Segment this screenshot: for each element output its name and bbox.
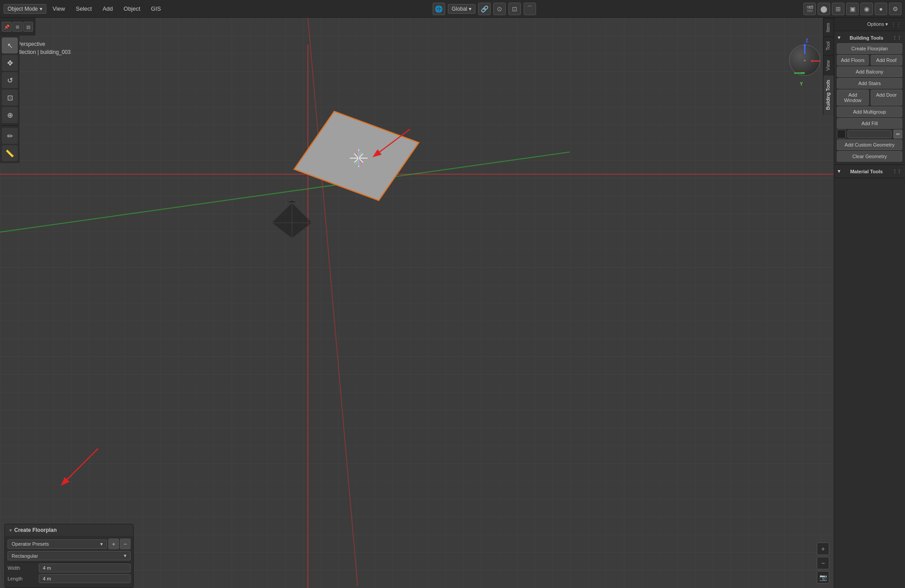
tab-building-tools[interactable]: Building Tools: [823, 75, 834, 114]
left-tool-sidebar: ↖ ✥ ↺ ⊡ ⊕ ✏ 📏: [0, 36, 20, 163]
menu-gis[interactable]: GIS: [147, 4, 165, 14]
shape-dropdown[interactable]: Rectangular ▾: [8, 551, 131, 560]
viewport-gizmo[interactable]: ● Z X Y: [789, 45, 825, 80]
tool-divider: [1, 125, 19, 126]
add-door-btn[interactable]: Add Door: [871, 90, 903, 106]
global-transform-icon[interactable]: 🌐: [433, 3, 445, 15]
panel-more-btn[interactable]: ⋮⋮: [891, 21, 901, 28]
gizmo-sphere[interactable]: ●: [789, 45, 820, 76]
settings-icon[interactable]: ⚙: [889, 3, 901, 15]
add-roof-btn[interactable]: Add Roof: [871, 55, 903, 65]
mode-selector[interactable]: Object Mode ▾: [4, 4, 46, 14]
building-tools-header[interactable]: ▾ Building Tools ⋮⋮: [834, 33, 905, 42]
shape-row: Rectangular ▾: [8, 551, 131, 560]
building-tools-toggle-icon: ▾: [838, 35, 840, 41]
arrow-annotation-1: [312, 116, 423, 171]
add-window-btn[interactable]: Add Window: [837, 90, 869, 106]
grid-icon[interactable]: ⊞: [12, 22, 22, 32]
create-floorplan-btn[interactable]: Create Floorplan: [837, 43, 902, 54]
right-tab-strip: Item Tool View Building Tools: [823, 18, 834, 114]
menu-select[interactable]: Select: [71, 4, 96, 14]
operator-presets-add-btn[interactable]: +: [108, 539, 119, 549]
shading-render-icon[interactable]: ●: [875, 3, 887, 15]
snap-icon[interactable]: 🔗: [478, 3, 491, 15]
top-menu-bar: Object Mode ▾ View Select Add Object GIS…: [0, 0, 905, 18]
menu-view[interactable]: View: [48, 4, 70, 14]
top-right-controls: 🎬 ⬤ ⊞ ▣ ◉ ● ⚙: [803, 3, 901, 15]
tab-tool[interactable]: Tool: [823, 37, 834, 55]
length-field[interactable]: 4 m: [39, 574, 131, 583]
svg-line-13: [374, 129, 410, 156]
length-label: Length: [8, 576, 39, 581]
tool1-icon[interactable]: ⊡: [508, 3, 521, 15]
rotate-tool-btn[interactable]: ↺: [2, 72, 18, 88]
zoom-in-btn[interactable]: +: [817, 543, 829, 555]
gizmo-y-label: Y: [800, 82, 803, 86]
second-icon-bar: 📌 ⊞ ▤: [0, 18, 36, 36]
right-panel: Options ▾ ⋮⋮ ▾ Building Tools ⋮⋮ Create …: [834, 18, 905, 588]
svg-marker-12: [285, 200, 299, 203]
tab-view[interactable]: View: [823, 55, 834, 75]
overlay-icon[interactable]: ⊞: [832, 3, 844, 15]
color-swatch[interactable]: [837, 130, 846, 139]
material-section-dots: ⋮⋮: [893, 169, 901, 174]
select-tool-btn[interactable]: ↖: [2, 37, 18, 53]
viewport-shading-icon[interactable]: ⬤: [818, 3, 830, 15]
annotate-tool-btn[interactable]: ✏: [2, 128, 18, 144]
viewport-3d[interactable]: User Perspective (1) Collection | buildi…: [0, 18, 834, 588]
zoom-out-btn[interactable]: −: [817, 557, 829, 569]
svg-line-14: [62, 449, 98, 484]
xray-icon[interactable]: ▣: [846, 3, 859, 15]
pin-icon[interactable]: 📌: [2, 22, 12, 32]
material-tools-section: ▾ Material Tools ⋮⋮: [834, 165, 905, 178]
add-custom-geometry-btn[interactable]: Add Custom Geometry: [837, 139, 902, 150]
svg-point-20: [811, 60, 813, 62]
add-stairs-btn[interactable]: Add Stairs: [837, 78, 902, 89]
menu-add[interactable]: Add: [98, 4, 117, 14]
shading-solid-icon[interactable]: ◉: [860, 3, 873, 15]
operator-presets-input[interactable]: Operator Presets ▾: [8, 539, 107, 549]
top-center-controls: 🌐 Global ▾ 🔗 ⊙ ⊡ ⌒: [167, 3, 802, 15]
window-door-row: Add Window Add Door: [837, 90, 902, 106]
color-input-row: ✏: [837, 130, 902, 139]
mode-dropdown-icon: ▾: [40, 6, 42, 12]
gizmo-y-axis: [794, 72, 805, 74]
add-balcony-btn[interactable]: Add Balcony: [837, 66, 902, 77]
gizmo-z-label: Z: [806, 38, 808, 43]
transform-orientation[interactable]: Global ▾: [448, 4, 476, 14]
proportional-edit-icon[interactable]: ⊙: [493, 3, 506, 15]
transform-tool-btn[interactable]: ⊕: [2, 107, 18, 123]
color-input-field[interactable]: [848, 130, 892, 138]
add-fill-btn[interactable]: Add Fill: [837, 118, 902, 129]
create-floorplan-header: ▾ Create Floorplan: [5, 524, 133, 536]
add-multigroup-btn[interactable]: Add Multigroup: [837, 106, 902, 117]
building-tools-section: ▾ Building Tools ⋮⋮ Create Floorplan Add…: [834, 31, 905, 165]
add-floors-btn[interactable]: Add Floors: [837, 55, 869, 65]
material-tools-header[interactable]: ▾ Material Tools ⋮⋮: [834, 167, 905, 176]
tab-item[interactable]: Item: [823, 18, 834, 37]
measure-tool-btn[interactable]: 📏: [2, 145, 18, 161]
menu-object[interactable]: Object: [119, 4, 145, 14]
svg-point-16: [804, 44, 806, 47]
operator-presets-remove-btn[interactable]: −: [120, 539, 131, 549]
options-btn[interactable]: Options ▾: [867, 21, 888, 27]
length-row: Length 4 m: [8, 574, 131, 583]
pencil-icon-btn[interactable]: ✏: [893, 130, 902, 139]
viewport-controls: + − 📷: [817, 543, 829, 584]
width-label: Width: [8, 565, 39, 571]
tool2-icon[interactable]: ⌒: [524, 3, 536, 15]
gizmo-x-axis: [811, 60, 821, 62]
scale-tool-btn[interactable]: ⊡: [2, 90, 18, 106]
floors-roof-row: Add Floors Add Roof: [837, 55, 902, 65]
clear-geometry-btn[interactable]: Clear Geometry: [837, 151, 902, 162]
camera-view-btn[interactable]: 📷: [817, 571, 829, 584]
camera-wireframe: [267, 200, 316, 242]
scene-selector-icon[interactable]: 🎬: [803, 3, 816, 15]
material-tools-title: Material Tools: [850, 169, 883, 174]
snap2-icon[interactable]: ▤: [23, 22, 33, 32]
arrow-svg-1: [312, 116, 423, 169]
arrow-svg-2: [18, 444, 107, 498]
create-floorplan-body: Operator Presets ▾ + − Rectangular ▾ Wid…: [5, 536, 133, 588]
width-field[interactable]: 4 m: [39, 564, 131, 572]
move-tool-btn[interactable]: ✥: [2, 55, 18, 71]
